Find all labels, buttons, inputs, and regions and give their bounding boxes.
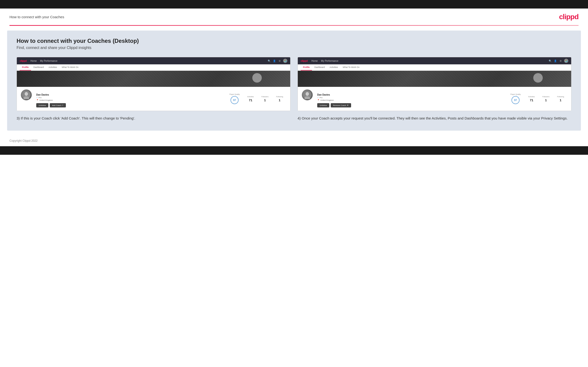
player-quality-left: Player Quality 97 <box>225 93 243 104</box>
verified-icon-right: ✓ <box>317 97 319 99</box>
profile-buttons-left: Unfollow Add Coach + <box>36 103 66 108</box>
following-stat-right: Following 1 <box>553 96 568 102</box>
profile-info-right: Dan Davies ✓ Pro 📍 United Kingdom Unfoll… <box>317 89 351 108</box>
top-bar <box>0 0 588 8</box>
mockup-stats-right: Player Quality 97 Activities 71 Follower… <box>507 89 568 104</box>
user-role-right: ✓ Pro <box>317 97 351 99</box>
tab-activities-left[interactable]: Activities <box>46 64 60 71</box>
banner-decoration-2 <box>533 73 543 83</box>
user-icon-right[interactable]: 👤 <box>554 59 557 62</box>
settings-icon-left[interactable]: ⚙ <box>278 59 281 62</box>
main-heading: How to connect with your Coaches (Deskto… <box>17 38 571 44</box>
location-label-right: United Kingdom <box>320 99 334 101</box>
screenshot-col-left: clippd Home My Performance 🔍 👤 ⚙ 🏄 Profi… <box>17 57 290 121</box>
svg-point-1 <box>25 92 28 96</box>
activities-stat-right: Activities 71 <box>525 96 539 102</box>
mockup-nav-icons-left: 🔍 👤 ⚙ 🏄 <box>268 59 287 63</box>
mockup-nav-performance-left[interactable]: My Performance <box>40 60 57 62</box>
tab-profile-right[interactable]: Profile <box>301 64 312 71</box>
verified-icon-left: ✓ <box>36 97 38 99</box>
followers-stat-right: Followers 1 <box>538 96 553 102</box>
followers-label-left: Followers <box>261 96 268 98</box>
user-location-left: 📍 United Kingdom <box>36 99 66 101</box>
player-quality-label-left: Player Quality <box>229 93 240 95</box>
header: How to connect with your Coaches clippd <box>0 8 588 25</box>
tab-what-to-work-on-right[interactable]: What To Work On <box>340 64 362 71</box>
remove-coach-button[interactable]: Remove Coach ✕ <box>331 103 351 108</box>
following-label-right: Following <box>557 96 564 98</box>
mockup-nav-right: clippd Home My Performance 🔍 👤 ⚙ 🏄 <box>298 57 571 64</box>
banner-decoration-1 <box>252 73 262 83</box>
avatar-wrap-right <box>301 89 313 101</box>
mockup-profile-right: Dan Davies ✓ Pro 📍 United Kingdom Unfoll… <box>298 87 571 111</box>
activities-value-right: 71 <box>528 99 535 102</box>
tab-profile-left[interactable]: Profile <box>20 64 31 71</box>
role-label-right: Pro <box>320 97 322 99</box>
mockup-nav-performance-right[interactable]: My Performance <box>321 60 338 62</box>
mockup-tabs-right: Profile Dashboard Activities What To Wor… <box>298 64 571 71</box>
role-label-left: Pro <box>39 97 42 99</box>
activities-value-left: 71 <box>247 99 254 102</box>
logo: clippd <box>559 13 579 21</box>
followers-value-left: 1 <box>261 99 268 102</box>
copyright: Copyright Clippd 2022 <box>9 139 38 142</box>
mockup-profile-left: Dan Davies ✓ Pro 📍 United Kingdom Unfoll… <box>17 87 290 111</box>
quality-circle-right: 97 <box>511 96 519 104</box>
player-quality-right: Player Quality 97 <box>507 93 525 104</box>
mockup-logo-left: clippd <box>20 59 26 62</box>
tab-what-to-work-on-left[interactable]: What To Work On <box>60 64 81 71</box>
tab-dashboard-left[interactable]: Dashboard <box>31 64 46 71</box>
profile-avatar-left <box>20 89 33 101</box>
screenshots-row: clippd Home My Performance 🔍 👤 ⚙ 🏄 Profi… <box>17 57 571 121</box>
screenshot-col-right: clippd Home My Performance 🔍 👤 ⚙ 🏄 Profi… <box>298 57 571 121</box>
main-subheading: Find, connect and share your Clippd insi… <box>17 46 571 50</box>
user-icon-left[interactable]: 👤 <box>273 59 276 62</box>
header-divider <box>9 25 579 26</box>
mockup-nav-icons-right: 🔍 👤 ⚙ 🏄 <box>548 59 568 63</box>
screenshot-mockup-right: clippd Home My Performance 🔍 👤 ⚙ 🏄 Profi… <box>298 57 571 111</box>
followers-value-right: 1 <box>542 99 549 102</box>
profile-buttons-right: Unfollow Remove Coach ✕ <box>317 103 351 108</box>
add-coach-button[interactable]: Add Coach + <box>50 103 66 108</box>
unfollow-button-right[interactable]: Unfollow <box>317 103 329 108</box>
mockup-nav-home-right[interactable]: Home <box>311 60 318 62</box>
following-stat-left: Following 1 <box>272 96 287 102</box>
location-icon-right: 📍 <box>317 99 320 101</box>
username-left: Dan Davies <box>36 93 66 96</box>
footer: Copyright Clippd 2022 <box>0 135 588 146</box>
avatar-icon-right[interactable]: 🏄 <box>564 59 568 63</box>
screenshot-mockup-left: clippd Home My Performance 🔍 👤 ⚙ 🏄 Profi… <box>17 57 290 111</box>
search-icon-right[interactable]: 🔍 <box>548 59 552 62</box>
following-label-left: Following <box>276 96 283 98</box>
user-location-right: 📍 United Kingdom <box>317 99 351 101</box>
following-value-right: 1 <box>557 99 564 102</box>
followers-label-right: Followers <box>542 96 549 98</box>
bottom-bar <box>0 146 588 155</box>
location-label-left: United Kingdom <box>39 99 53 101</box>
activities-label-right: Activities <box>528 96 535 98</box>
unfollow-button-left[interactable]: Unfollow <box>36 103 48 108</box>
mockup-nav-items-left: Home My Performance <box>30 60 264 62</box>
settings-icon-right[interactable]: ⚙ <box>559 59 562 62</box>
search-icon-left[interactable]: 🔍 <box>268 59 271 62</box>
player-quality-label-right: Player Quality <box>510 93 521 95</box>
activities-label-left: Activities <box>247 96 254 98</box>
description-right: 4) Once your Coach accepts your request … <box>298 116 571 121</box>
mockup-stats-left: Player Quality 97 Activities 71 Follower… <box>225 89 287 104</box>
mockup-logo-right: clippd <box>301 59 308 62</box>
followers-stat-left: Followers 1 <box>258 96 272 102</box>
location-icon-left: 📍 <box>36 99 39 101</box>
username-right: Dan Davies <box>317 93 351 96</box>
quality-circle-left: 97 <box>231 96 239 104</box>
page-title: How to connect with your Coaches <box>9 15 64 19</box>
mockup-tabs-left: Profile Dashboard Activities What To Wor… <box>17 64 290 71</box>
avatar-wrap-left <box>20 89 33 101</box>
mockup-nav-items-right: Home My Performance <box>311 60 545 62</box>
avatar-icon-left[interactable]: 🏄 <box>283 59 287 63</box>
following-value-left: 1 <box>276 99 283 102</box>
mockup-nav-home-left[interactable]: Home <box>30 60 37 62</box>
tab-activities-right[interactable]: Activities <box>327 64 340 71</box>
main-content: How to connect with your Coaches (Deskto… <box>7 31 581 131</box>
mockup-nav-left: clippd Home My Performance 🔍 👤 ⚙ 🏄 <box>17 57 290 64</box>
tab-dashboard-right[interactable]: Dashboard <box>312 64 327 71</box>
